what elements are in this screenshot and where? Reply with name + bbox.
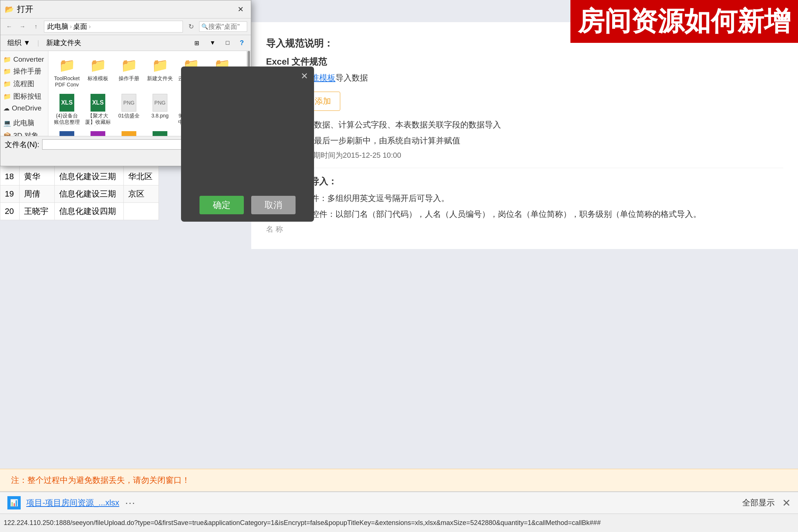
import-modal: ✕ 确定 取消 [181, 66, 314, 222]
file-item[interactable]: DOC13-7.11《物资申购册》2021.2.2... [52, 129, 82, 136]
file-item[interactable]: APP360极速浏览器 [83, 129, 113, 136]
view-options-button[interactable]: ⊞ [191, 38, 202, 48]
nav-back-button[interactable]: ← [4, 21, 14, 32]
download-filename[interactable]: 项目-项目房间资源_...xlsx [26, 497, 119, 508]
file-icon: APP [89, 131, 107, 136]
table-row: 20王晓宇信息化建设四期 [0, 203, 159, 220]
download-file-icon: 📊 [7, 496, 21, 509]
download-bar: 📊 项目-项目房间资源_...xlsx ⋯ 全部显示 ✕ [0, 491, 798, 514]
file-item[interactable]: XLS2020年电话接听量分析及人员配比建议3... [145, 129, 175, 136]
sidebar-item-此电脑[interactable]: 💻此电脑 [0, 117, 48, 129]
sidebar-label: 3D 对象 [13, 131, 38, 136]
file-name: 操作手册 [119, 75, 139, 82]
note2: 将导入、在最后一步刷新中，由系统自动计算并赋值 [273, 134, 783, 147]
url-text: 122.224.110.250:1888/seeyon/fileUpload.d… [4, 519, 601, 527]
notice-bar: 注：整个过程中为避免数据丢失，请勿关闭窗口！ [0, 469, 798, 491]
file-item[interactable]: XLS(4)设备台账信息整理模板.xls [52, 92, 82, 128]
path-computer[interactable]: 此电脑 [47, 22, 68, 31]
sidebar-label: OneDrive [12, 104, 41, 112]
org-bullet2: • 同名组织控件：以部门名（部门代码），人名（人员编号），岗位名（单位简称），职… [273, 208, 783, 221]
top-banner: 房间资源如何新增 [570, 0, 798, 43]
dialog-titlebar: 📂 打开 ✕ [0, 0, 251, 18]
file-name: 【聚才大厦】收藏标准实例列表.xls [85, 113, 111, 126]
bullet1: • 请使用标准模板导入数据 [273, 71, 783, 84]
file-item[interactable]: XLS【聚才大厦】收藏标准实例列表.xls [83, 92, 113, 128]
close-download-button[interactable]: ✕ [782, 497, 791, 509]
download-bar-right: 全部显示 ✕ [742, 497, 791, 509]
sidebar-label: 操作手册 [13, 66, 41, 76]
sidebar-item-图标按钮[interactable]: 📁图标按钮 [0, 90, 48, 103]
file-icon: 📁 [151, 57, 169, 74]
file-item[interactable]: PNG01信盛全 [114, 92, 144, 128]
dialog-close-button[interactable]: ✕ [235, 3, 246, 15]
table-row: 18黄华信息化建设三期华北区 [0, 168, 159, 185]
sidebar-icon: 📦 [3, 132, 11, 136]
sidebar-icon: 📁 [3, 80, 11, 88]
sidebar-icon: 📁 [3, 93, 11, 100]
sidebar-icon: ☁ [3, 105, 10, 112]
nav-up-button[interactable]: ↑ [31, 21, 41, 32]
dialog-icon: 📂 [5, 5, 14, 14]
file-icon: PNG [151, 94, 169, 112]
preview-button[interactable]: □ [222, 38, 233, 48]
org-bullet1: • 多组织控件：多组织用英文逗号隔开后可导入。 [273, 192, 783, 205]
file-item[interactable]: ZIP930统计新格式支持补丁包.zip [114, 129, 144, 136]
filename-input[interactable] [42, 139, 195, 150]
file-item[interactable]: 📁ToolRocket PDF Converter_部门间... [52, 55, 82, 91]
file-item[interactable]: 📁新建文件夹 [145, 55, 175, 91]
date-hint: 2015-12-25 日期时间为2015-12-25 10:00 [266, 150, 783, 160]
file-icon: 📁 [89, 57, 107, 74]
modal-close-button[interactable]: ✕ [301, 71, 308, 81]
excel-section-title: Excel 文件规范 [266, 56, 783, 68]
nav-path: 此电脑 › 桌面 › [44, 21, 183, 33]
dialog-title: 打开 [17, 4, 232, 15]
sidebar-label: 此电脑 [13, 118, 34, 128]
nav-forward-button[interactable]: → [17, 21, 28, 32]
sidebar-item-操作手册[interactable]: 📁操作手册 [0, 65, 48, 78]
file-icon: ZIP [120, 131, 138, 136]
file-icon: 📁 [58, 57, 76, 74]
show-all-button[interactable]: 全部显示 [742, 497, 775, 508]
help-button[interactable]: ? [236, 38, 247, 48]
file-icon: XLS [58, 94, 76, 112]
sidebar-item-onedrive[interactable]: ☁OneDrive [0, 103, 48, 114]
file-icon: 📁 [120, 57, 138, 74]
file-item[interactable]: PNG3.8.png [145, 92, 175, 128]
table-row: 19周倩信息化建设三期京区 [0, 185, 159, 203]
new-folder-button[interactable]: 新建文件夹 [43, 37, 85, 49]
file-icon: XLS [89, 94, 107, 112]
organize-button[interactable]: 组织 ▼ [4, 37, 34, 49]
file-item[interactable]: 📁操作手册 [114, 55, 144, 91]
import-instructions: 导入规范说明： Excel 文件规范 • 请使用标准模板导入数据 (5 MB) … [251, 22, 798, 249]
note1: 非编辑权限数据、计算公式字段、本表数据关联字段的数据导入 [273, 118, 783, 131]
file-item[interactable]: 📁标准模板 [83, 55, 113, 91]
url-bar: 122.224.110.250:1888/seeyon/fileUpload.d… [0, 514, 798, 532]
download-options-button[interactable]: ⋯ [125, 497, 135, 509]
org-section-title: 组织控件的导入： [266, 175, 783, 187]
file-name: 新建文件夹 [147, 75, 173, 82]
sort-button[interactable]: ▼ [206, 38, 219, 48]
modal-confirm-button[interactable]: 确定 [200, 196, 244, 214]
sidebar-label: 流程图 [13, 79, 34, 89]
sidebar-label: Converter [13, 55, 44, 64]
sidebar-icon: 💻 [3, 119, 11, 127]
path-sep2: › [89, 23, 91, 30]
path-desktop[interactable]: 桌面 [73, 22, 87, 31]
sidebar-item-converter[interactable]: 📁Converter [0, 54, 48, 65]
file-name: (4)设备台账信息整理模板.xls [54, 113, 80, 126]
sidebar-item-流程图[interactable]: 📁流程图 [0, 78, 48, 90]
search-icon: 🔍 [201, 23, 208, 30]
modal-cancel-button[interactable]: 取消 [251, 196, 296, 214]
dialog-sidebar: 📁Converter📁操作手册📁流程图📁图标按钮☁OneDrive💻此电脑📦3D… [0, 51, 48, 136]
file-name: 标准模板 [88, 75, 108, 82]
sidebar-icon: 📁 [3, 56, 11, 64]
add-name-label: 名 称 [266, 224, 783, 234]
nav-refresh-button[interactable]: ↻ [186, 21, 196, 32]
modal-buttons: 确定 取消 [188, 188, 307, 214]
file-icon: XLS [151, 131, 169, 136]
sidebar-label: 图标按钮 [13, 92, 41, 101]
toolbar-sep: | [37, 39, 39, 47]
sidebar-item-3d对象[interactable]: 📦3D 对象 [0, 129, 48, 136]
file-icon: PNG [120, 94, 138, 112]
file-icon: DOC [58, 131, 76, 136]
